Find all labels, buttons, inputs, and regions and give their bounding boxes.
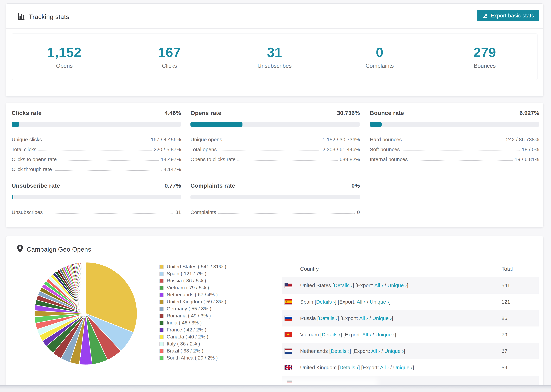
rate-title: Unsubscribe rate — [12, 182, 60, 189]
rate-value: 0% — [352, 182, 360, 189]
rate-rows: Unique clicks 167 / 4.456% Total clicks … — [12, 133, 181, 173]
country-cell: Vietnam [Details ›] [Export: All › / Uni… — [300, 332, 502, 338]
legend-label: Germany ( 55 / 3% ) — [167, 306, 211, 312]
legend-swatch — [159, 293, 164, 297]
export-unique-link[interactable]: Unique › — [393, 365, 413, 370]
legend-swatch — [159, 356, 164, 360]
rate-value: 6.927% — [520, 110, 539, 116]
stat-label: Clicks — [162, 63, 177, 69]
export-all-link[interactable]: All › — [374, 283, 383, 288]
rate-head: Bounce rate 6.927% — [370, 110, 539, 116]
legend-item-south-africa: South Africa ( 29 / 2% ) — [159, 354, 226, 361]
geo-header: Campaign Geo Opens — [6, 236, 543, 261]
rate-row-label: Unique opens — [191, 137, 222, 143]
progress-bar-fill — [12, 122, 19, 127]
legend-swatch — [159, 335, 164, 339]
legend-label: Italy ( 36 / 2% ) — [167, 341, 200, 347]
country-cell: United States [Details ›] [Export: All ›… — [300, 283, 502, 288]
legend-swatch — [159, 342, 164, 346]
progress-bar-fill — [191, 122, 242, 127]
dotted-leader — [38, 151, 152, 151]
details-link[interactable]: Details › — [331, 348, 349, 354]
rate-row-value: 2,303 / 61.446% — [322, 147, 360, 154]
rate-title: Opens rate — [191, 110, 221, 116]
export-all-link[interactable]: All › — [357, 299, 366, 305]
stat-cell-bounces: 279 Bounces — [432, 34, 537, 80]
dotted-leader — [45, 213, 173, 214]
tracking-stats-title-text: Tracking stats — [29, 13, 69, 21]
rate-row: Unique opens 1,152 / 30.736% — [191, 133, 360, 143]
legend-label: United States ( 541 / 31% ) — [167, 264, 226, 270]
export-basic-stats-button[interactable]: Export basic stats — [477, 10, 539, 21]
export-all-link[interactable]: All › — [359, 315, 368, 321]
legend-label: Brazil ( 33 / 2% ) — [167, 348, 203, 354]
export-unique-link[interactable]: Unique › — [384, 348, 404, 354]
export-all-link[interactable]: All › — [371, 348, 380, 354]
total-column-header: Total — [502, 266, 539, 272]
rate-row-value: 242 / 86.738% — [506, 137, 539, 143]
rate-row: Complaints 0 — [191, 206, 360, 216]
rate-row: Unique clicks 167 / 4.456% — [12, 133, 181, 143]
country-cell: Russia [Details ›] [Export: All › / Uniq… — [300, 315, 502, 321]
dotted-leader — [402, 151, 520, 151]
details-link[interactable]: Details › — [319, 315, 338, 321]
rate-row-value: 689.82% — [340, 156, 360, 163]
rate-row: Hard bounces 242 / 86.738% — [370, 133, 539, 143]
stat-label: Opens — [56, 63, 72, 69]
rate-value: 30.736% — [337, 110, 360, 116]
details-link[interactable]: Details › — [316, 299, 335, 305]
progress-bar-track — [370, 122, 539, 127]
tracking-stats-header: Tracking stats Export basic stats — [6, 4, 543, 28]
rate-row-label: Unsubscribes — [12, 209, 43, 216]
rate-row-label: Soft bounces — [370, 147, 400, 154]
export-all-link[interactable]: All › — [380, 365, 389, 370]
legend-label: United Kingdom ( 59 / 3% ) — [167, 299, 226, 305]
stat-cell-unsubscribes: 31 Unsubscribes — [222, 34, 327, 80]
legend-item-italy: Italy ( 36 / 2% ) — [159, 340, 226, 347]
rate-row: Soft bounces 18 / 0% — [370, 143, 539, 154]
rates-card: Clicks rate 4.46% Unique clicks 167 / 4.… — [6, 103, 544, 227]
geo-title-text: Campaign Geo Opens — [27, 246, 91, 253]
rate-row-value: 4.147% — [164, 166, 181, 173]
export-unique-link[interactable]: Unique › — [372, 315, 392, 321]
rate-head: Clicks rate 4.46% — [12, 110, 181, 116]
stat-value: 279 — [473, 45, 496, 60]
country-column-header: Country — [300, 266, 502, 272]
legend-item-brazil: Brazil ( 33 / 2% ) — [159, 347, 226, 354]
rate-section-bounce-rate: Bounce rate 6.927% Hard bounces 242 / 86… — [370, 110, 539, 163]
pie-legend: United States ( 541 / 31% ) Spain ( 121 … — [159, 263, 226, 361]
table-row-united-kingdom: United Kingdom [Details ›] [Export: All … — [282, 359, 539, 376]
legend-swatch — [159, 272, 164, 276]
geo-country-table: Country Total United States [Details ›] … — [282, 261, 539, 392]
legend-swatch — [159, 300, 164, 304]
dotted-leader — [404, 140, 504, 141]
country-cell: United Kingdom [Details ›] [Export: All … — [300, 365, 502, 371]
rate-row-value: 0 — [357, 209, 360, 216]
legend-label: Vietnam ( 79 / 5% ) — [167, 285, 209, 291]
legend-item-spain: Spain ( 121 / 7% ) — [159, 270, 226, 277]
export-unique-link[interactable]: Unique › — [370, 299, 389, 305]
legend-swatch — [159, 349, 164, 353]
details-link[interactable]: Details › — [339, 365, 358, 370]
legend-swatch — [159, 314, 164, 318]
rate-section-complaints-rate: Complaints rate 0% Complaints 0 — [191, 182, 360, 216]
details-link[interactable]: Details › — [334, 283, 353, 288]
total-cell: 121 — [502, 299, 539, 305]
rate-row-value: 19 / 6.81% — [515, 156, 539, 163]
details-link[interactable]: Details › — [322, 332, 340, 337]
export-all-link[interactable]: All › — [362, 332, 371, 337]
export-unique-link[interactable]: Unique › — [387, 283, 407, 288]
viewport-bottom-band — [0, 385, 551, 392]
rate-row-value: 18 / 0% — [522, 147, 539, 154]
table-row-netherlands: Netherlands [Details ›] [Export: All › /… — [282, 343, 539, 359]
tracking-stats-card: Tracking stats Export basic stats 1,152 … — [6, 3, 544, 97]
stat-label: Bounces — [474, 63, 496, 69]
total-cell: 67 — [502, 348, 539, 354]
stat-cell-clicks: 167 Clicks — [117, 34, 222, 80]
dotted-leader — [44, 140, 149, 141]
bar-chart-icon — [17, 12, 25, 21]
rate-rows: Unsubscribes 31 — [12, 206, 181, 216]
export-unique-link[interactable]: Unique › — [375, 332, 395, 337]
progress-bar-track — [191, 122, 360, 127]
gb-flag-icon — [282, 365, 292, 370]
